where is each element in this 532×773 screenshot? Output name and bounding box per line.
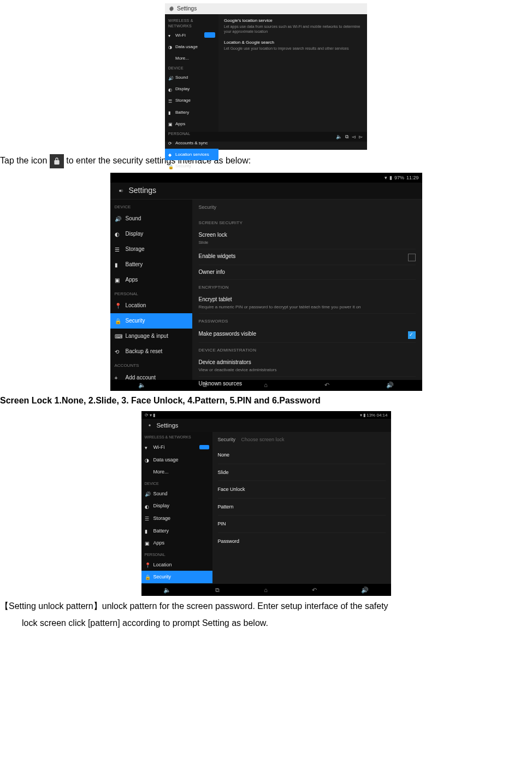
option-slide[interactable]: Slide [218,464,386,482]
gear-icon [116,186,125,195]
option-pin[interactable]: PIN [218,516,386,533]
sidebar-item-display[interactable]: ◐Display [165,83,218,95]
content-breadcrumb: Security Choose screen lock [218,434,386,447]
row-owner-info[interactable]: Owner info [199,265,416,280]
svg-point-2 [149,425,151,427]
sound-icon: 🔊 [168,75,173,80]
sidebar-item-sound[interactable]: 🔊Sound [165,72,218,83]
sidebar-item-wifi[interactable]: ▾Wi-Fi [165,30,218,41]
volume-icon[interactable]: 🔈 [138,381,146,389]
sidebar-item-accounts-sync[interactable]: ⟳Accounts & sync [165,137,218,149]
volume2-icon[interactable]: 🔊 [386,381,394,389]
sidebar-item-backup-reset[interactable]: ⟲Backup & reset [110,344,192,359]
sidebar-item-security[interactable]: 🔒Security [110,313,192,329]
sidebar-item-location-services[interactable]: ◆Location services [165,149,218,160]
option-password[interactable]: Password [218,533,386,550]
display-icon: ◐ [115,231,121,237]
row-screen-lock[interactable]: Screen lockSlide [199,228,416,249]
option-pattern[interactable]: Pattern [218,499,386,516]
section-wireless: WIRELESS & NETWORKS [141,432,212,441]
status-bar: ▾ ▮ 97% 11:29 [110,173,422,183]
row-make-passwords-visible[interactable]: Make passwords visible [199,327,416,343]
sidebar-item-location[interactable]: 📍Location [141,559,212,571]
settings-sidebar: WIRELESS & NETWORKS ▾Wi-Fi ◑Data usage M… [141,432,212,584]
row-unknown-sources[interactable]: Unknown sources [199,377,416,391]
sidebar-item-apps[interactable]: ▣Apps [110,272,192,288]
navbar: 🔈 ⧉ ⌂ ↶ 🔊 [141,584,391,596]
sidebar-item-language[interactable]: ⌨Language & input [110,329,192,344]
section-device: DEVICE [165,64,218,72]
back-icon[interactable]: ◅ [352,133,356,140]
battery-icon: ▮ [389,174,392,181]
sidebar-item-display[interactable]: ◐Display [110,226,192,242]
speaker-icon[interactable]: 🔈 [336,133,342,140]
sidebar-item-storage[interactable]: ☰Storage [141,512,212,525]
checkbox-enable-widgets[interactable] [408,254,416,261]
sidebar-item-wifi[interactable]: ▾Wi-Fi [141,441,212,454]
section-screen-security: SCREEN SECURITY [199,220,416,226]
volume-icon[interactable]: 🔈 [163,586,171,594]
sidebar-item-apps[interactable]: ▣Apps [165,118,218,130]
screenshot-security-settings: ▾ ▮ 97% 11:29 Settings DEVICE 🔊Sound ◐Di… [110,173,422,390]
battery-text: 13% [367,413,375,418]
forward-icon[interactable]: ▻ [359,133,363,140]
battery-icon: ▮ [115,261,121,268]
home-icon[interactable]: ⌂ [264,586,268,594]
option-none[interactable]: None [218,447,386,464]
sidebar-item-more[interactable]: More... [141,466,212,478]
storage-icon: ☰ [168,98,173,103]
sidebar-item-display[interactable]: ◐Display [141,500,212,512]
lock-icon: 🔒 [145,574,150,579]
row-enable-widgets[interactable]: Enable widgets [199,249,416,265]
back-icon[interactable]: ↶ [312,586,317,594]
sidebar-item-add-account[interactable]: +Add account [110,370,192,385]
location-icon: 📍 [145,562,150,567]
sidebar-item-storage[interactable]: ☰Storage [165,95,218,106]
back-icon[interactable]: ↶ [324,381,329,389]
sidebar-item-security[interactable]: 🔒Security [141,571,212,583]
sidebar-item-storage[interactable]: ☰Storage [110,242,192,257]
recent-icon[interactable]: ⧉ [203,381,207,389]
data-icon: ◑ [168,44,173,49]
battery-icon: ▮ [168,110,173,114]
row-google-location-service[interactable]: Google's location service Let apps use d… [224,17,362,34]
volume2-icon[interactable]: 🔊 [361,586,369,594]
window-titlebar: Settings [165,3,367,14]
recent-icon[interactable]: ⧉ [215,586,220,594]
section-device: DEVICE [141,478,212,488]
settings-header: Settings [110,183,422,200]
sidebar-item-data-usage[interactable]: ◑Data usage [165,41,218,52]
clock: 11:29 [406,174,419,181]
row-encrypt-tablet[interactable]: Encrypt tabletRequire a numeric PIN or p… [199,292,416,314]
sidebar-item-battery[interactable]: ▮Battery [141,525,212,537]
checkbox-passwords-visible[interactable] [408,331,416,339]
wifi-toggle[interactable] [204,32,215,38]
option-face-unlock[interactable]: Face Unlock [218,481,386,499]
recent-icon[interactable]: ⧉ [345,133,348,140]
status-bar: ⟳ ▾ ▮ ▾ ▮ 13% 04:14 [141,411,391,419]
sidebar-item-location[interactable]: 📍Location [110,298,192,313]
section-device-admin: DEVICE ADMINISTRATION [199,347,416,353]
sidebar-item-more[interactable]: More... [165,52,218,64]
sidebar-item-sound[interactable]: 🔊Sound [110,211,192,226]
home-icon[interactable]: ⌂ [264,381,268,389]
sound-icon: 🔊 [145,491,150,496]
section-encryption: ENCRYPTION [199,284,416,290]
heading-screenlock-options: Screen Lock 1.None, 2.Slide, 3. Face Unl… [0,395,532,407]
sidebar-item-apps[interactable]: ▣Apps [141,537,212,549]
location-icon: ◆ [168,152,173,156]
sync-icon: ⟳ [168,140,173,145]
sidebar-item-battery[interactable]: ▮Battery [110,257,192,272]
row-device-administrators[interactable]: Device administratorsView or deactivate … [199,355,416,377]
sidebar-item-security[interactable]: 🔒Security [165,160,218,172]
wifi-toggle[interactable] [199,445,209,449]
sound-icon: 🔊 [115,215,121,222]
section-personal: PERSONAL [165,130,218,137]
row-location-google-search[interactable]: Location & Google search Let Google use … [224,39,362,51]
storage-icon: ☰ [115,246,121,253]
settings-sidebar: WIRELESS & NETWORKS ▾Wi-Fi ◑Data usage M… [165,14,218,132]
battery-icon: ▮ [145,528,150,534]
sidebar-item-sound[interactable]: 🔊Sound [141,488,212,500]
sidebar-item-data-usage[interactable]: ◑Data usage [141,454,212,466]
sidebar-item-battery[interactable]: ▮Battery [165,107,218,118]
